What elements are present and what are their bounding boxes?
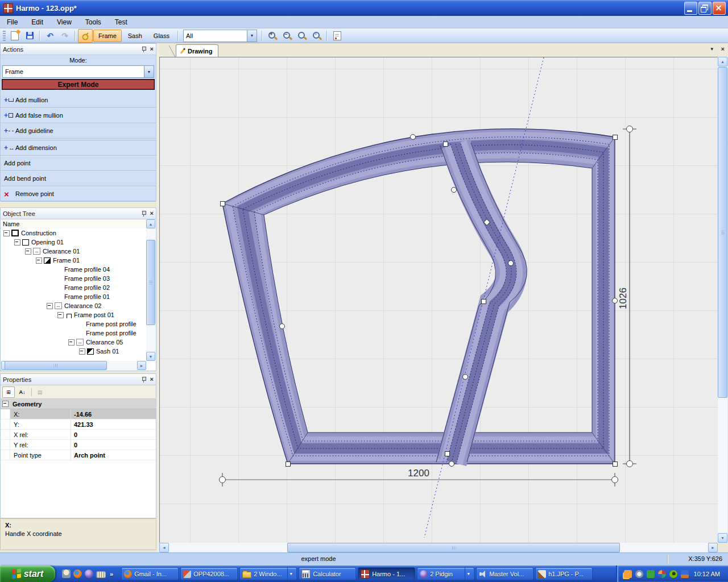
agent-icon[interactable] (62, 569, 71, 578)
scrollbar-thumb[interactable] (718, 67, 727, 398)
tree-expander-icon[interactable] (79, 348, 85, 355)
tree-expander-icon[interactable] (3, 230, 10, 236)
zoom-out-button[interactable]: − (280, 29, 295, 43)
expert-mode-button[interactable]: Expert Mode (2, 79, 155, 90)
restore-button[interactable] (698, 2, 712, 15)
menu-view[interactable]: View (50, 16, 78, 28)
messenger-tray-icon[interactable] (624, 570, 632, 578)
close-icon[interactable]: × (150, 376, 154, 383)
scrollbar-thumb[interactable] (146, 240, 155, 325)
tab-list-dropdown-icon[interactable]: ▼ (710, 47, 714, 52)
tab-drawing[interactable]: Drawing (176, 44, 218, 57)
task-button-harmo-1[interactable]: Harmo - 1... (358, 567, 415, 580)
tree-expander-icon[interactable] (68, 339, 75, 346)
tree-node-clearance-05-12[interactable]: Clearance 05 (1, 338, 146, 347)
task-button-opp42008[interactable]: OPP42008... (180, 567, 238, 580)
menu-edit[interactable]: Edit (24, 16, 50, 28)
undo-button[interactable]: ↶ (43, 29, 57, 43)
scroll-right-icon[interactable]: ► (708, 543, 718, 552)
action-item-add-guideline[interactable]: Add guideline (1, 123, 156, 139)
scrollbar-thumb[interactable] (5, 361, 107, 370)
property-value[interactable]: Arch point (71, 450, 156, 460)
minimize-button[interactable] (684, 2, 697, 15)
new-document-button[interactable] (7, 29, 22, 43)
volume-tray-icon[interactable] (635, 570, 643, 578)
tree-node-frame-post-profile-11[interactable]: Frame post profile (1, 329, 146, 338)
properties-header[interactable]: Properties × (1, 374, 156, 385)
pidgin-icon[interactable] (85, 569, 93, 578)
action-item-add-bend-point[interactable]: Add bend point (1, 171, 156, 186)
property-value[interactable]: 421.33 (71, 419, 156, 429)
action-item-remove-point[interactable]: Remove point (1, 186, 156, 202)
action-item-add-false-mullion[interactable]: Add false mullion (1, 108, 156, 123)
action-item-add-mullion[interactable]: Add mullion (1, 93, 156, 108)
task-button-2-windo[interactable]: 2 Windo...▼ (239, 567, 297, 580)
scroll-down-icon[interactable]: ▼ (146, 352, 155, 361)
pin-icon[interactable] (141, 376, 147, 383)
toolbar-grip[interactable] (3, 31, 6, 41)
tree-node-sash-01-13[interactable]: Sash 01 (1, 347, 146, 356)
nvidia-tray-icon[interactable] (669, 570, 677, 578)
tree-node-frame-profile-04-4[interactable]: Frame profile 04 (1, 265, 146, 274)
tree-expander-icon[interactable] (47, 303, 53, 309)
action-item-add-dimension[interactable]: Add dimension (1, 140, 156, 156)
filter-dropdown-button[interactable]: ▼ (247, 30, 257, 41)
scroll-down-icon[interactable]: ▼ (718, 533, 727, 543)
key-toggle-button[interactable] (78, 29, 93, 43)
scroll-up-icon[interactable]: ▲ (146, 219, 155, 228)
tree-node-clearance-02-8[interactable]: Clearance 02 (1, 301, 146, 310)
property-value[interactable]: 0 (71, 440, 156, 450)
tree-expander-icon[interactable] (36, 257, 42, 264)
tree-node-frame-profile-01-7[interactable]: Frame profile 01 (1, 292, 146, 301)
action-item-add-point[interactable]: Add point (1, 156, 156, 171)
tree-node-frame-post-01-9[interactable]: Frame post 01 (1, 310, 146, 319)
tree-node-frame-01-3[interactable]: Frame 01 (1, 256, 146, 265)
property-value[interactable]: -14.66 (71, 409, 156, 419)
frame-toggle-button[interactable]: Frame (93, 30, 122, 42)
scrollbar-thumb[interactable] (287, 543, 620, 552)
task-button-h1-jpg-p[interactable]: h1.JPG - P... (535, 567, 593, 580)
sash-toggle-button[interactable]: Sash (123, 30, 147, 42)
menu-tools[interactable]: Tools (78, 16, 108, 28)
start-button[interactable]: start (0, 566, 55, 582)
collapse-icon[interactable] (2, 401, 9, 407)
close-icon[interactable]: × (150, 46, 154, 52)
property-row-y[interactable]: Y:421.33 (1, 419, 156, 430)
menu-file[interactable]: File (0, 16, 24, 28)
glass-toggle-button[interactable]: Glass (148, 30, 175, 42)
width-dimension[interactable]: 1200 (222, 468, 615, 480)
title-bar[interactable]: Harmo - 123.opp* (0, 0, 728, 16)
tree-vertical-scrollbar[interactable]: ▲ ▼ (146, 219, 155, 361)
pin-icon[interactable] (141, 46, 147, 52)
zoom-region-button[interactable]: ▫ (309, 29, 324, 43)
zoom-in-button[interactable]: + (265, 29, 280, 43)
scroll-right-icon[interactable]: ► (137, 361, 146, 370)
task-button-gmail-in[interactable]: Gmail - In... (121, 567, 179, 580)
menu-test[interactable]: Test (108, 16, 134, 28)
property-row-x-rel[interactable]: X rel:0 (1, 430, 156, 440)
categorized-view-button[interactable]: ⊞ (2, 386, 15, 398)
keyboard-icon[interactable] (96, 571, 106, 578)
tree-expander-icon[interactable] (14, 239, 20, 246)
property-row-point-type[interactable]: Point typeArch point (1, 450, 156, 460)
overflow-chevron-icon[interactable]: » (110, 571, 113, 577)
property-value[interactable]: 0 (71, 430, 156, 439)
task-dropdown-button[interactable]: ▼ (465, 568, 471, 580)
canvas-horizontal-scrollbar[interactable]: ◄ ► (159, 543, 718, 552)
task-button-master-vol[interactable]: Master Vol... (476, 567, 533, 580)
mode-dropdown-button[interactable]: ▼ (144, 66, 154, 77)
tree-node-opening-01-1[interactable]: Opening 01 (1, 238, 146, 247)
zoom-fit-button[interactable] (295, 29, 309, 43)
tree-node-clearance-01-2[interactable]: Clearance 01 (1, 247, 146, 256)
filter-combobox[interactable]: All ▼ (183, 30, 257, 42)
tree-expander-icon[interactable] (25, 248, 31, 255)
geometry-group-row[interactable]: Geometry (1, 399, 156, 409)
scroll-left-icon[interactable]: ◄ (159, 543, 169, 552)
tree-expander-icon[interactable] (57, 312, 64, 318)
scheduler-tray-icon[interactable] (681, 570, 689, 578)
tree-node-frame-profile-02-6[interactable]: Frame profile 02 (1, 283, 146, 292)
updates-tray-icon[interactable] (647, 570, 655, 578)
picasa-tray-icon[interactable] (658, 570, 666, 578)
close-button[interactable] (713, 2, 726, 15)
task-dropdown-button[interactable]: ▼ (287, 568, 294, 580)
